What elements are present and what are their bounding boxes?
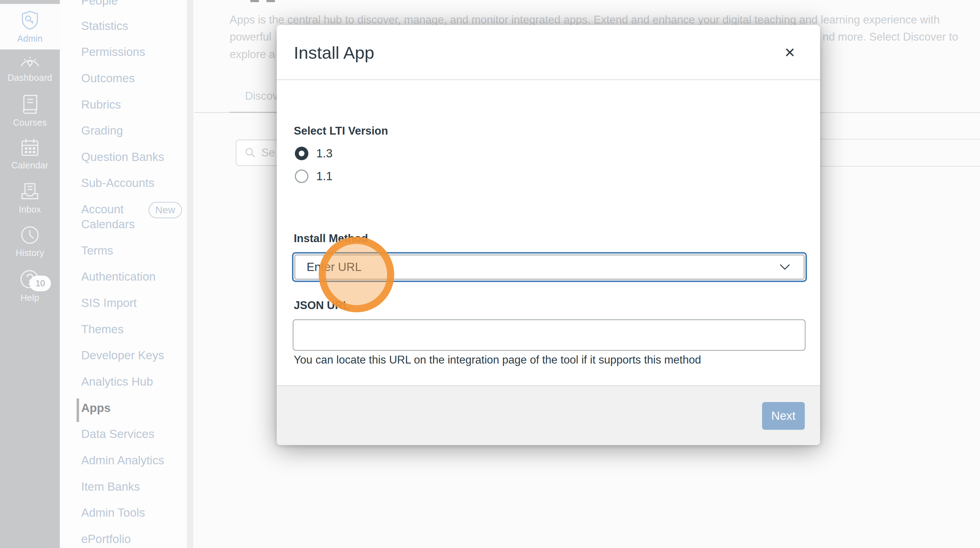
menu-item-sis-import[interactable]: SIS Import	[81, 295, 137, 310]
select-value: Enter URL	[307, 260, 361, 274]
sidebar-item-label: Calendar	[11, 160, 48, 170]
menu-item-apps[interactable]: Apps	[81, 400, 111, 416]
menu-item-authentication[interactable]: Authentication	[81, 269, 156, 284]
table-row-divider	[820, 166, 980, 167]
sidebar-item-label: Admin	[18, 33, 43, 44]
sidebar-item-label: Inbox	[19, 204, 41, 215]
sidebar-item-dashboard[interactable]: Dashboard	[0, 51, 60, 91]
modal-title: Install App	[294, 43, 374, 63]
menu-item-account-calendars[interactable]: Account Calendars	[81, 202, 153, 232]
active-item-bar	[76, 399, 79, 422]
menu-item-people[interactable]: People	[81, 0, 118, 8]
chevron-down-icon	[780, 264, 790, 270]
close-icon[interactable]: ✕	[779, 42, 800, 64]
sidebar-item-label: History	[16, 248, 44, 258]
radio-unselected-icon[interactable]	[295, 170, 309, 183]
menu-item-themes[interactable]: Themes	[81, 322, 124, 337]
menu-item-outcomes[interactable]: Outcomes	[81, 71, 135, 86]
menu-item-data-services[interactable]: Data Services	[81, 427, 154, 442]
radio-label: 1.1	[316, 170, 332, 183]
sidebar-item-history[interactable]: History	[0, 225, 60, 265]
history-clock-icon	[20, 225, 40, 245]
menu-item-question-banks[interactable]: Question Banks	[81, 149, 164, 165]
menu-item-developer-keys[interactable]: Developer Keys	[81, 348, 164, 363]
radio-selected-icon[interactable]	[295, 147, 309, 160]
menu-item-item-banks[interactable]: Item Banks	[81, 479, 140, 494]
apps-intro-line2-left: powerful	[230, 31, 271, 43]
admin-menu-panel: People Statistics Permissions Outcomes R…	[60, 0, 194, 548]
sidebar-item-label: Dashboard	[8, 73, 52, 83]
menu-item-permissions[interactable]: Permissions	[81, 44, 145, 59]
page-heading-remnant	[250, 0, 259, 2]
json-url-helper-text: You can locate this URL on the integrati…	[294, 354, 701, 366]
json-url-input[interactable]	[293, 319, 805, 351]
menu-item-eportfolio[interactable]: ePortfolio	[81, 532, 131, 546]
menu-item-analytics-hub[interactable]: Analytics Hub	[81, 374, 153, 389]
sidebar-item-calendar[interactable]: Calendar	[0, 137, 60, 178]
menu-item-admin-tools[interactable]: Admin Tools	[81, 505, 145, 520]
radio-lti-1-1[interactable]: 1.1	[295, 170, 332, 183]
apps-intro-line1: Apps is the central hub to discover, man…	[230, 14, 940, 26]
modal-header: Install App ✕	[277, 25, 820, 80]
menu-item-admin-analytics[interactable]: Admin Analytics	[81, 453, 164, 468]
new-badge: New	[148, 202, 182, 218]
admin-shield-key-icon	[19, 10, 40, 31]
radio-label: 1.3	[316, 147, 332, 160]
select-inner: Enter URL	[294, 254, 805, 280]
next-button[interactable]: Next	[762, 402, 805, 430]
menu-item-statistics[interactable]: Statistics	[81, 19, 128, 33]
calendar-icon	[20, 137, 40, 157]
sidebar-item-label: Courses	[13, 118, 47, 128]
modal-footer: Next	[277, 385, 820, 445]
menu-item-terms[interactable]: Terms	[81, 243, 113, 258]
dashboard-gauge-icon	[19, 51, 41, 70]
menu-item-grading[interactable]: Grading	[81, 123, 123, 138]
install-method-label: Install Method	[294, 232, 368, 245]
sidebar-item-admin[interactable]: Admin	[0, 4, 60, 49]
menu-item-sub-accounts[interactable]: Sub-Accounts	[81, 176, 154, 191]
json-url-label: JSON URL	[294, 299, 350, 312]
apps-intro-line2-right: nd more. Select Discover to	[822, 31, 958, 43]
sidebar-item-inbox[interactable]: Inbox	[0, 182, 60, 222]
inbox-icon	[20, 182, 40, 202]
page-heading-remnant	[266, 0, 275, 2]
menu-item-rubrics[interactable]: Rubrics	[81, 97, 121, 112]
sidebar-item-courses[interactable]: Courses	[0, 94, 60, 135]
radio-lti-1-3[interactable]: 1.3	[295, 147, 332, 160]
table-row-divider	[820, 139, 980, 140]
courses-book-icon	[20, 94, 40, 114]
search-icon	[245, 148, 256, 158]
install-method-select[interactable]: Enter URL	[292, 252, 807, 282]
help-count-badge: 10	[30, 276, 51, 291]
sidebar-item-label: Help	[21, 293, 40, 303]
menu-scrollbar[interactable]	[187, 0, 193, 548]
lti-version-label: Select LTI Version	[294, 125, 388, 137]
sidebar-item-help[interactable]: Help	[0, 268, 60, 308]
install-app-modal: Install App ✕ Select LTI Version 1.3 1.1…	[277, 25, 820, 445]
apps-intro-line3-left: explore a	[230, 48, 275, 61]
global-navigation: Admin Dashboard Courses Calendar	[0, 0, 60, 548]
